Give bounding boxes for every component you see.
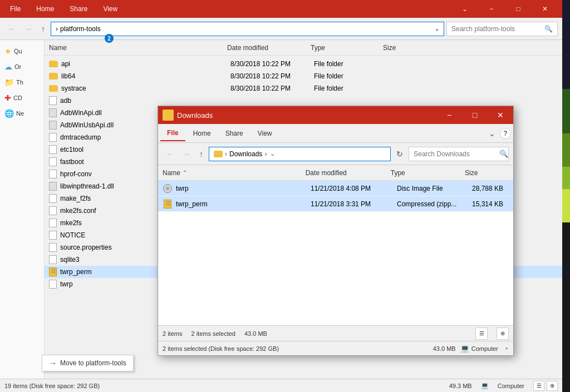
file-icon-etc1tool	[49, 145, 57, 154]
file-icon-mke2fs-conf	[49, 206, 57, 215]
fg-path-arrow: ›	[264, 150, 267, 158]
bg-filename-libwinpthread: libwinpthread-1.dll	[60, 182, 114, 190]
fg-addressbar: ← → ↑ › Downloads › ⌄ ↻ 🔍	[158, 143, 513, 165]
fg-search-bar[interactable]: 🔍	[409, 147, 509, 161]
bg-file-row-systrace[interactable]: systrace 8/30/2018 10:22 PM File folder	[45, 82, 562, 95]
bg-expand-icon[interactable]: ⌄	[452, 0, 478, 18]
bg-home-tab[interactable]: Home	[31, 3, 60, 15]
move-arrow-icon: →	[49, 359, 57, 368]
fg-help-btn[interactable]: ?	[500, 128, 511, 139]
bg-up-btn[interactable]: ↑	[38, 22, 48, 36]
network-icon-4: 🌐	[4, 109, 14, 118]
fg-view-details-icon[interactable]: ☰	[475, 328, 488, 340]
fg-view-tab[interactable]: View	[251, 126, 279, 141]
bg-filename-twrp: twrp	[60, 280, 73, 288]
bg-sidebar-item-0[interactable]: ★ Qu	[2, 44, 42, 58]
fg-computer-label: 💻 Computer	[460, 344, 498, 353]
folder-icon-lib64	[49, 73, 58, 80]
bg-view-tiles-icon[interactable]: ⊕	[547, 381, 558, 391]
bg-view-tab[interactable]: View	[97, 3, 123, 15]
bg-filename-adb: adb	[60, 97, 71, 105]
bg-file-row-adb[interactable]: adb	[45, 95, 562, 107]
fg-status-selected: 2 items selected	[191, 330, 235, 337]
bg-file-row-lib64[interactable]: lib64 8/30/2018 10:22 PM File folder	[45, 70, 562, 82]
color-block-0	[562, 0, 570, 89]
bg-type-systrace: File folder	[314, 85, 386, 92]
bg-close-btn[interactable]: ✕	[532, 0, 558, 18]
fg-path-bar[interactable]: › Downloads › ⌄	[209, 147, 391, 161]
bg-back-btn[interactable]: ←	[4, 22, 19, 36]
bg-filename-mke2fs: mke2fs	[60, 219, 82, 227]
fg-forward-btn[interactable]: →	[179, 147, 194, 161]
bg-path-dropdown[interactable]: ⌄	[435, 26, 439, 32]
bg-filename-dmtracedump: dmtracedump	[60, 133, 101, 141]
bg-statusbar: 19 items (Disk free space: 292 GB) 49.3 …	[0, 379, 562, 392]
move-tooltip: → Move to platform-tools	[42, 355, 134, 371]
fg-col-name[interactable]: Name ⌃	[163, 169, 306, 177]
fg-search-input[interactable]	[414, 150, 497, 158]
bg-filename-api: api	[61, 60, 230, 68]
fg-back-btn[interactable]: ←	[163, 147, 177, 161]
fg-size-twrp: 28,788 KB	[472, 185, 503, 192]
bg-computer-label: Computer	[498, 383, 524, 389]
fg-share-tab[interactable]: Share	[219, 126, 250, 141]
fg-close-btn[interactable]: ✕	[488, 106, 513, 124]
bg-search-input[interactable]	[451, 25, 544, 33]
bg-view-details-icon[interactable]: ☰	[533, 381, 544, 391]
file-icon-adb	[49, 96, 57, 105]
fg-resize-handle[interactable]: ‣	[505, 345, 509, 353]
file-icon-libwinpthread	[49, 182, 57, 191]
fg-ribbon-expand-icon[interactable]: ⌄	[487, 127, 498, 140]
fg-file-row-twrp-perm[interactable]: twrp_perm 11/21/2018 3:31 PM Compressed …	[158, 196, 513, 212]
fg-file-tab[interactable]: File	[160, 126, 185, 141]
bg-type-lib64: File folder	[314, 72, 386, 80]
fg-bottom-selected: 2 items selected (Disk free space: 292 G…	[163, 345, 279, 352]
bg-minimize-btn[interactable]: −	[479, 0, 504, 18]
bg-maximize-btn[interactable]: □	[505, 0, 531, 18]
bg-filename-systrace: systrace	[61, 85, 230, 92]
folder-icon-2: 📁	[4, 78, 14, 87]
bg-share-tab[interactable]: Share	[64, 3, 93, 15]
bg-view-icons: ☰ ⊕	[533, 381, 558, 391]
bg-sidebar-item-3[interactable]: ✚ CD	[2, 91, 42, 105]
bg-file-row-api[interactable]: api 8/30/2018 10:22 PM File folder	[45, 58, 562, 70]
fg-home-tab[interactable]: Home	[186, 126, 218, 141]
fg-maximize-btn[interactable]: □	[462, 106, 488, 124]
disc-icon-twrp	[163, 183, 173, 193]
bg-filename-make_f2fs: make_f2fs	[60, 195, 91, 202]
fg-refresh-btn[interactable]: ↻	[393, 147, 406, 161]
fg-col-size[interactable]: Size	[465, 169, 509, 177]
folder-icon-api	[49, 61, 58, 67]
fg-minimize-btn[interactable]: −	[436, 106, 462, 124]
bg-col-size[interactable]: Size	[383, 44, 439, 52]
fg-path-dropdown[interactable]: ⌄	[269, 149, 276, 158]
bg-col-name[interactable]: Name	[49, 44, 227, 52]
bg-forward-btn[interactable]: →	[21, 22, 36, 36]
color-blocks	[562, 0, 570, 392]
bg-sidebar-item-1[interactable]: ☁ Or	[2, 60, 42, 73]
bg-col-date[interactable]: Date modified	[227, 44, 311, 52]
bg-sidebar-item-4[interactable]: 🌐 Ne	[2, 107, 42, 120]
fg-file-row-twrp[interactable]: twrp 11/21/2018 4:08 PM Disc Image File …	[158, 181, 513, 196]
bg-filename-lib64: lib64	[61, 72, 230, 80]
fg-col-type[interactable]: Type	[391, 169, 465, 177]
bg-filename-sqlite3: sqlite3	[60, 256, 80, 264]
fg-view-tiles-icon[interactable]: ⊕	[497, 328, 509, 340]
bg-search-bar[interactable]: 🔍	[446, 22, 558, 36]
file-badge: 2	[105, 34, 114, 43]
bg-col-type[interactable]: Type	[311, 44, 383, 52]
fg-col-headers: Name ⌃ Date modified Type Size	[158, 165, 513, 181]
fg-col-date[interactable]: Date modified	[306, 169, 391, 177]
bg-file-tab[interactable]: File	[4, 3, 26, 15]
move-tooltip-label: Move to platform-tools	[60, 359, 126, 367]
fg-up-btn[interactable]: ↑	[196, 147, 207, 161]
bg-filename-source-properties: source.properties	[60, 244, 112, 251]
bg-window-controls: ⌄ − □ ✕	[452, 0, 558, 18]
fg-path-text: Downloads	[229, 150, 262, 158]
bg-sidebar-item-2[interactable]: 📁 Th	[2, 76, 42, 89]
star-icon-0: ★	[4, 47, 12, 56]
bg-filename-etc1tool: etc1tool	[60, 146, 83, 153]
bg-search-icon: 🔍	[544, 25, 553, 33]
fg-window: Downloads − □ ✕ File Home Share View ⌄ ?…	[158, 106, 514, 356]
bg-titlebar: File Home Share View ⌄ − □ ✕	[0, 0, 562, 18]
